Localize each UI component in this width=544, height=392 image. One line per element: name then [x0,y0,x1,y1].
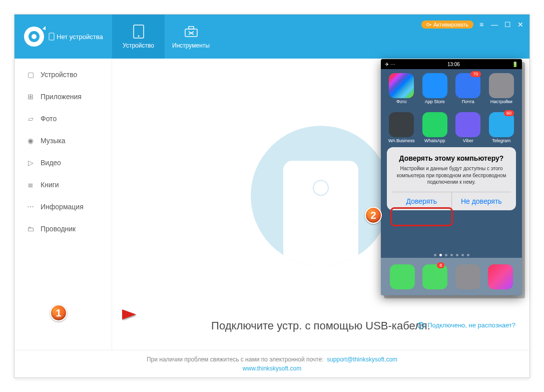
footer-line1: При наличии проблем свяжитесь с нами по … [147,356,397,363]
iphone-screenshot: ✈︎ ⋯ 13:06 🔋 ФотоApp StoreПочта70Настрой… [381,59,522,295]
badge: 70 [470,71,480,77]
key-icon [426,22,431,27]
app-Фото[interactable]: Фото [386,73,417,104]
placeholder-circle [251,126,391,266]
help-icon: ? [417,322,424,329]
app-WhatsApp[interactable]: WhatsApp [419,112,451,143]
sidebar-item-photo[interactable]: ▱Фото [15,108,112,130]
activate-label: Активировать [433,22,468,28]
app-label: Viber [463,138,473,143]
app-label: WhatsApp [424,138,445,143]
sidebar-item-music[interactable]: ◉Музыка [15,130,112,152]
phone-time: 13:06 [447,62,460,67]
app-App Store[interactable]: App Store [419,73,451,104]
sidebar-item-label: Видео [41,159,61,167]
app-icon [488,264,513,289]
toolbox-icon [184,24,199,39]
app-label: App Store [425,99,445,104]
svg-text:?: ? [419,323,422,328]
books-icon: ≣ [27,181,35,189]
app-Почта[interactable]: Почта70 [452,73,484,104]
footer: При наличии проблем свяжитесь с нами по … [15,350,529,377]
app-icon [422,112,447,137]
dialog-text: Настройки и данные будут доступны с этог… [392,165,511,192]
callout-2: 2 [365,207,382,224]
sidebar-item-device[interactable]: ▢Устройство [15,64,112,86]
dont-trust-button[interactable]: Не доверять [452,192,511,210]
sidebar-item-label: Книги [41,181,59,189]
app-Viber[interactable]: Viber [452,112,484,143]
sidebar-item-info[interactable]: ⋯Информация [15,196,112,218]
sidebar-item-label: Приложения [41,93,82,101]
app-Telegram[interactable]: Telegram60 [486,112,517,143]
sidebar-item-label: Проводник [41,225,76,233]
tab-tools[interactable]: Инструменты [165,15,217,59]
app-label: WA Business [388,138,415,143]
apps-icon: ⊞ [27,93,35,101]
app-icon [489,73,514,98]
close-button[interactable]: ✕ [515,20,525,30]
svg-rect-7 [189,27,194,29]
airplane-icon: ✈︎ ⋯ [385,62,395,67]
help-link[interactable]: ? Подключено, не распознает? [417,321,515,329]
app-icon [389,73,414,98]
arrow-icon [72,309,137,324]
app-label: Telegram [492,138,510,143]
sidebar-item-label: Устройство [41,71,77,79]
phone-outline-icon [49,33,55,41]
connect-message: Подключите устр. с помощью USB-кабеля. [211,319,430,332]
app-icon [422,264,447,289]
footer-email[interactable]: support@thinkskysoft.com [327,356,397,363]
sidebar-item-video[interactable]: ▷Видео [15,152,112,174]
sidebar-item-label: Информация [41,203,84,211]
trust-dialog: Доверять этому компьютеру? Настройки и д… [387,147,516,210]
music-icon: ◉ [27,137,35,145]
phone-apps-row1: ФотоApp StoreПочта70Настройки [381,69,522,108]
dock-app[interactable] [390,264,415,289]
app-label: Почта [462,99,474,104]
page-dots [381,254,522,256]
dialog-title: Доверять этому компьютеру? [392,154,511,162]
svg-marker-12 [122,309,136,319]
sidebar-item-books[interactable]: ≣Книги [15,174,112,196]
photo-icon: ▱ [27,115,35,123]
maximize-button[interactable]: ☐ [502,20,512,30]
battery-icon: 🔋 [512,62,518,67]
menu-button[interactable]: ≡ [476,20,486,30]
sidebar-item-apps[interactable]: ⊞Приложения [15,86,112,108]
footer-site[interactable]: www.thinkskysoft.com [243,365,301,372]
app-WA Business[interactable]: WA Business [386,112,417,143]
video-icon: ▷ [27,159,35,167]
header-tabs: Устройство Инструменты [112,15,217,59]
tab-device[interactable]: Устройство [112,15,165,59]
app-icon [455,112,480,137]
app-label: Фото [396,99,407,104]
svg-rect-3 [49,33,54,40]
badge: 8 [437,262,444,268]
sidebar-item-label: Музыка [41,137,66,145]
dock-app[interactable]: 8 [422,264,447,289]
app-icon [390,264,415,289]
callout-1: 1 [50,304,67,321]
header: Нет устройства Устройство Инструменты Ак… [15,15,529,59]
phone-statusbar: ✈︎ ⋯ 13:06 🔋 [381,59,522,69]
app-label: Настройки [490,99,512,104]
trust-highlight [390,207,453,226]
no-device-text: Нет устройства [57,33,103,41]
help-text: Подключено, не распознает? [427,321,515,329]
app-icon [455,264,480,289]
app-icon [389,112,414,137]
placeholder-cable-icon [320,251,322,266]
minimize-button[interactable]: — [489,20,499,30]
no-device-label: Нет устройства [49,33,103,41]
phone-dock: 8 [381,258,522,295]
sidebar-item-explorer[interactable]: 🗀Проводник [15,218,112,240]
dock-app[interactable] [488,264,513,289]
badge: 60 [504,110,514,116]
tab-tools-label: Инструменты [172,42,210,49]
dock-app[interactable] [455,264,480,289]
info-icon: ⋯ [27,203,35,211]
app-Настройки[interactable]: Настройки [486,73,517,104]
activate-button[interactable]: Активировать [421,21,473,29]
app-icon [422,73,447,98]
